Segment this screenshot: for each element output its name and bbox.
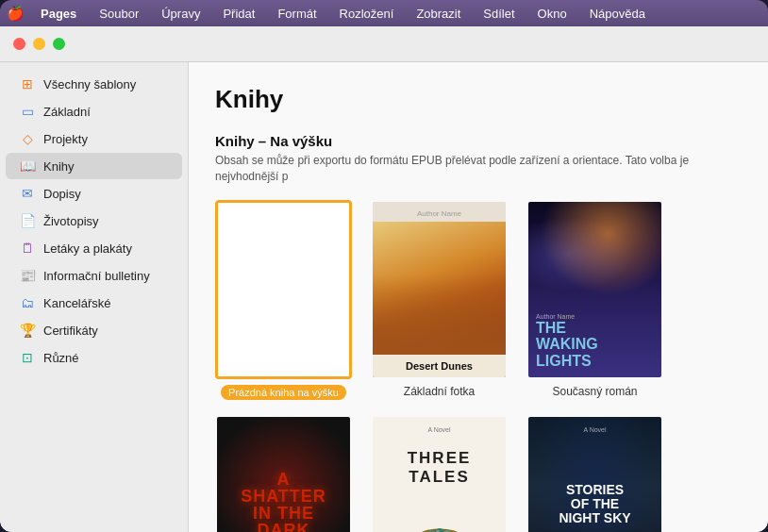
cover-waking-title-text: THEWAKINGLIGHTS bbox=[536, 320, 654, 370]
menu-pages[interactable]: Pages bbox=[36, 5, 81, 23]
sidebar-item-bulletiny[interactable]: 📰 Informační bulletiny bbox=[6, 262, 182, 289]
template-label-waking-lights: Současný román bbox=[552, 385, 637, 398]
sidebar-label-certifikaty: Certifikáty bbox=[43, 324, 98, 338]
projects-icon: ◇ bbox=[19, 130, 36, 147]
misc-icon: ⊡ bbox=[19, 349, 36, 366]
newsletter-icon: 📰 bbox=[19, 267, 36, 284]
template-thumb-waking-lights[interactable]: Author Name THEWAKINGLIGHTS bbox=[526, 200, 663, 379]
sidebar-label-zivotopisy: Životopisy bbox=[43, 214, 99, 228]
sidebar-label-all-templates: Všechny šablony bbox=[43, 77, 136, 91]
flyer-icon: 🗒 bbox=[19, 240, 36, 257]
cover-author-label: Author Name bbox=[373, 202, 506, 222]
sidebar-item-knihy[interactable]: 📖 Knihy bbox=[6, 153, 182, 179]
sidebar-label-projekty: Projekty bbox=[43, 132, 88, 146]
sidebar-label-letaky: Letáky a plakáty bbox=[43, 241, 132, 256]
sidebar-item-ruzne[interactable]: ⊡ Různé bbox=[6, 344, 182, 371]
letters-icon: ✉ bbox=[19, 185, 36, 202]
resume-icon: 📄 bbox=[19, 212, 36, 229]
section-title: Knihy – Na výšku bbox=[215, 133, 742, 149]
fullscreen-button[interactable] bbox=[53, 38, 65, 50]
menu-okno[interactable]: Okno bbox=[533, 5, 572, 23]
sidebar-label-zakladni: Základní bbox=[43, 105, 91, 119]
minimize-button[interactable] bbox=[33, 38, 45, 50]
cover-desert-image bbox=[373, 222, 506, 355]
sidebar-item-projekty[interactable]: ◇ Projekty bbox=[6, 125, 182, 152]
cover-three-tales-title-text: THREETALES bbox=[408, 449, 472, 487]
sidebar-label-ruzne: Různé bbox=[43, 351, 79, 365]
menu-format[interactable]: Formát bbox=[273, 5, 321, 23]
menu-bar: 🍎 Pages Soubor Úpravy Přidat Formát Rozl… bbox=[0, 0, 768, 26]
certificate-icon: 🏆 bbox=[19, 322, 36, 339]
template-label-desert-dunes: Základní fotka bbox=[404, 385, 475, 398]
page-title: Knihy bbox=[215, 85, 742, 114]
sidebar-item-all-templates[interactable]: ⊞ Všechny šablony bbox=[6, 71, 182, 97]
sidebar-label-bulletiny: Informační bulletiny bbox=[43, 269, 150, 283]
cover-waking-author: Author Name bbox=[536, 313, 654, 320]
sidebar: ⊞ Všechny šablony ▭ Základní ◇ Projekty … bbox=[0, 62, 189, 532]
sidebar-item-kancelarske[interactable]: 🗂 Kancelářské bbox=[6, 290, 182, 316]
sidebar-label-knihy: Knihy bbox=[43, 159, 75, 174]
cover-night-sky-subtitle: A Novel bbox=[583, 426, 606, 433]
basic-icon: ▭ bbox=[19, 103, 36, 120]
cover-three-tales-subtitle: A Novel bbox=[427, 426, 450, 433]
sidebar-label-kancelarske: Kancelářské bbox=[43, 296, 111, 310]
template-item-desert-dunes[interactable]: Author Name Desert Dunes Základní fotka bbox=[371, 200, 508, 400]
close-button[interactable] bbox=[13, 38, 25, 50]
template-label-blank: Prázdná kniha na výšku bbox=[221, 385, 346, 400]
template-item-night-sky[interactable]: A Novel STORIESOF THENIGHT SKY AUTHOR NA… bbox=[526, 415, 663, 532]
template-thumb-blank[interactable] bbox=[215, 200, 352, 379]
content-area: ⊞ Všechny šablony ▭ Základní ◇ Projekty … bbox=[0, 62, 768, 532]
books-icon: 📖 bbox=[19, 158, 36, 175]
sidebar-item-zakladni[interactable]: ▭ Základní bbox=[6, 98, 182, 125]
cover-shatter-title-text: ASHATTERIN THEDARK bbox=[241, 471, 326, 532]
template-item-three-tales[interactable]: A Novel THREETALES bbox=[371, 415, 508, 532]
template-item-blank[interactable]: Prázdná kniha na výšku bbox=[215, 200, 352, 400]
menu-soubor[interactable]: Soubor bbox=[94, 5, 143, 23]
sidebar-item-letaky[interactable]: 🗒 Letáky a plakáty bbox=[6, 235, 182, 261]
template-item-waking-lights[interactable]: Author Name THEWAKINGLIGHTS Současný rom… bbox=[526, 200, 663, 400]
menu-rozlozeni[interactable]: Rozložení bbox=[335, 5, 399, 23]
template-thumb-desert-dunes[interactable]: Author Name Desert Dunes bbox=[371, 200, 508, 379]
template-thumb-three-tales[interactable]: A Novel THREETALES bbox=[371, 415, 508, 532]
sidebar-item-dopisy[interactable]: ✉ Dopisy bbox=[6, 180, 182, 207]
menu-pridat[interactable]: Přidat bbox=[218, 5, 259, 23]
template-item-shatter[interactable]: ASHATTERIN THEDARK bbox=[215, 415, 352, 532]
sidebar-item-zivotopisy[interactable]: 📄 Životopisy bbox=[6, 208, 182, 234]
titlebar bbox=[0, 26, 768, 62]
template-thumb-night-sky[interactable]: A Novel STORIESOF THENIGHT SKY AUTHOR NA… bbox=[526, 415, 663, 532]
menu-upravy[interactable]: Úpravy bbox=[157, 5, 205, 23]
cover-three-tales-image bbox=[402, 503, 477, 532]
main-content: Knihy Knihy – Na výšku Obsah se může při… bbox=[189, 62, 768, 532]
menu-napoveda[interactable]: Nápověda bbox=[585, 5, 650, 23]
office-icon: 🗂 bbox=[19, 294, 36, 311]
menu-zobrazit[interactable]: Zobrazit bbox=[411, 5, 465, 23]
template-thumb-shatter[interactable]: ASHATTERIN THEDARK bbox=[215, 415, 352, 532]
sidebar-label-dopisy: Dopisy bbox=[43, 187, 81, 201]
apple-menu[interactable]: 🍎 bbox=[8, 6, 23, 21]
section-description: Obsah se může při exportu do formátu EPU… bbox=[215, 153, 742, 185]
menu-sdilet[interactable]: Sdílet bbox=[478, 5, 519, 23]
grid-icon: ⊞ bbox=[19, 75, 36, 92]
cover-night-sky-trees bbox=[528, 526, 661, 532]
sidebar-item-certifikaty[interactable]: 🏆 Certifikáty bbox=[6, 317, 182, 343]
cover-night-sky-title-text: STORIESOF THENIGHT SKY bbox=[559, 483, 630, 526]
window: ⊞ Všechny šablony ▭ Základní ◇ Projekty … bbox=[0, 26, 768, 532]
template-grid: Prázdná kniha na výšku Author Name Deser… bbox=[215, 200, 742, 532]
cover-desert-title-text: Desert Dunes bbox=[373, 355, 506, 377]
